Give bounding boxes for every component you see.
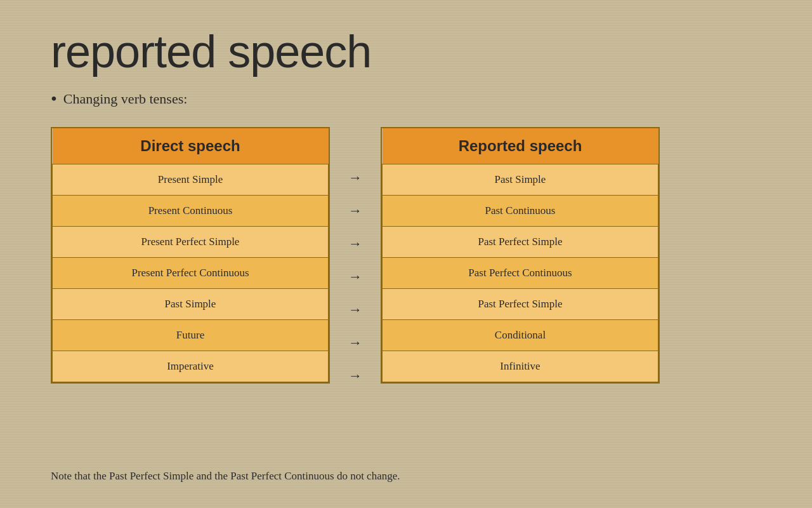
page-title: reported speech [51,25,761,77]
arrow-column: →→→→→→→ [330,127,381,392]
reported-row-6: Infinitive [383,351,658,382]
direct-row-3: Present Perfect Continuous [53,258,329,289]
direct-row-6: Imperative [53,351,329,382]
bullet-point: • [51,90,57,108]
reported-row-4: Past Perfect Simple [383,289,658,320]
footer-note: Note that the Past Perfect Simple and th… [51,470,400,483]
reported-row-3: Past Perfect Continuous [383,258,658,289]
arrow-3: → [348,260,362,293]
reported-speech-header: Reported speech [383,128,658,164]
arrow-6: → [348,359,362,392]
arrow-4: → [348,293,362,326]
subtitle: • Changing verb tenses: [51,90,761,108]
arrow-2: → [348,227,362,260]
reported-speech-table: Reported speech Past SimplePast Continuo… [381,127,660,384]
tables-wrapper: Direct speech Present SimplePresent Cont… [51,127,761,392]
direct-row-1: Present Continuous [53,196,329,227]
arrow-5: → [348,326,362,359]
direct-speech-header: Direct speech [53,128,329,164]
page-container: reported speech • Changing verb tenses: … [0,0,812,418]
arrows-container: →→→→→→→ [348,161,362,392]
direct-row-4: Past Simple [53,289,329,320]
direct-speech-table: Direct speech Present SimplePresent Cont… [51,127,330,384]
direct-row-0: Present Simple [53,164,329,196]
reported-row-0: Past Simple [383,164,658,196]
arrow-0: → [348,161,362,194]
reported-row-5: Conditional [383,320,658,351]
arrow-1: → [348,194,362,227]
subtitle-text: Changing verb tenses: [63,91,188,107]
direct-row-2: Present Perfect Simple [53,227,329,258]
direct-row-5: Future [53,320,329,351]
reported-row-1: Past Continuous [383,196,658,227]
reported-row-2: Past Perfect Simple [383,227,658,258]
